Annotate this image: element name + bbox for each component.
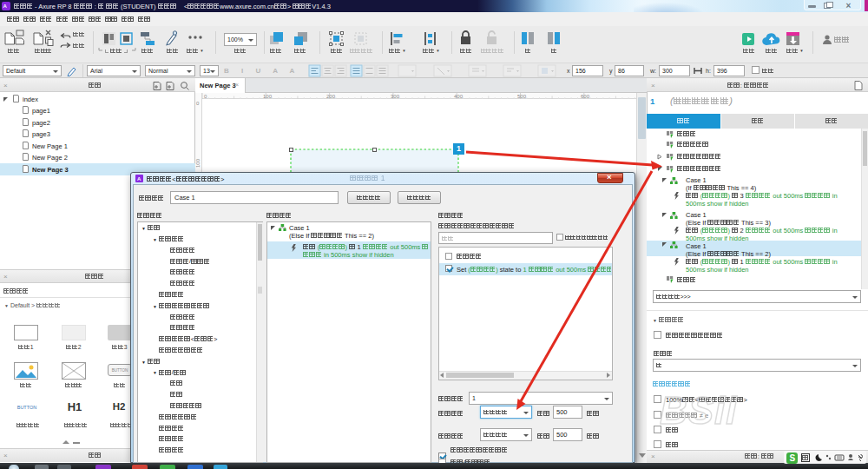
svg-text:200: 200 bbox=[326, 94, 336, 99]
svg-text:300: 300 bbox=[391, 94, 400, 99]
svg-text:600: 600 bbox=[581, 94, 590, 99]
svg-text:100: 100 bbox=[263, 94, 273, 99]
svg-text:0: 0 bbox=[204, 94, 207, 99]
svg-text:500: 500 bbox=[517, 94, 527, 99]
svg-text:400: 400 bbox=[454, 94, 464, 99]
